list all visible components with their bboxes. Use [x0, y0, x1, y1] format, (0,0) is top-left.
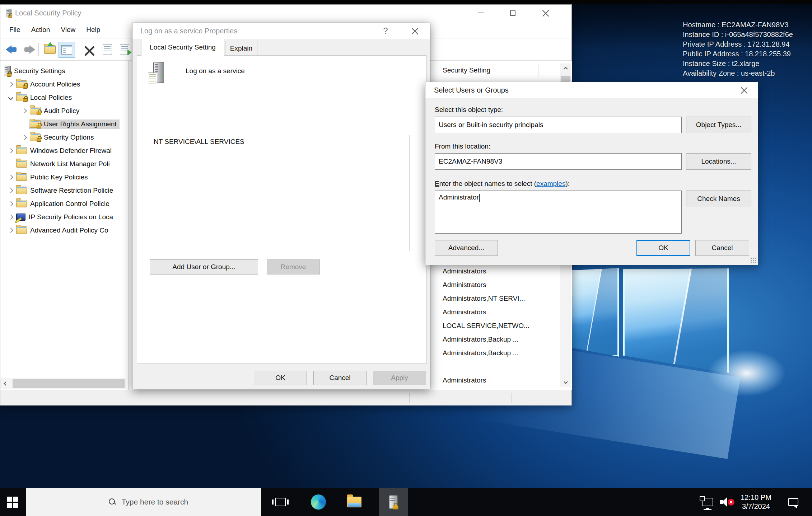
- properties-button[interactable]: [99, 43, 115, 56]
- chevron-right-icon[interactable]: [20, 136, 29, 139]
- scrollbar-thumb[interactable]: [13, 379, 125, 388]
- examples-link[interactable]: examples: [536, 180, 565, 187]
- member-item[interactable]: NT SERVICE\ALL SERVICES: [154, 138, 244, 145]
- export-list-icon: [120, 44, 129, 55]
- check-names-button[interactable]: Check Names: [686, 191, 751, 207]
- button-label: Cancel: [329, 374, 350, 382]
- action-center-icon: [788, 498, 798, 506]
- button-label: Locations...: [701, 158, 736, 165]
- list-row[interactable]: Administrators,Backup ...: [443, 333, 518, 346]
- tray-volume-button[interactable]: ✕: [717, 488, 736, 516]
- list-row[interactable]: LOCAL SERVICE,NETWO...: [443, 319, 529, 333]
- forward-button[interactable]: [21, 43, 37, 56]
- tray-network-button[interactable]: [699, 488, 717, 516]
- chevron-right-icon[interactable]: [6, 189, 15, 192]
- list-row[interactable]: Administrators: [443, 374, 486, 387]
- object-names-input[interactable]: Administrator: [435, 191, 682, 234]
- tree-item-advanced-audit-policy-co[interactable]: Advanced Audit Policy Co: [0, 224, 128, 237]
- add-user-or-group-button[interactable]: Add User or Group...: [150, 259, 258, 275]
- tab-explain[interactable]: Explain: [225, 41, 257, 56]
- taskbar-clock[interactable]: 12:10 PM 3/7/2024: [738, 488, 774, 516]
- export-list-button[interactable]: [117, 43, 132, 56]
- tree-item-local-policies[interactable]: Local Policies: [0, 91, 128, 104]
- tree-item-software-restriction-policie[interactable]: Software Restriction Policie: [0, 184, 128, 197]
- tree-item-security-options[interactable]: Security Options: [0, 131, 128, 144]
- from-location-field[interactable]: EC2AMAZ-FAN98V3: [435, 153, 682, 170]
- tree-item-ip-security-policies-on-loca[interactable]: IP Security Policies on Loca: [0, 210, 128, 224]
- column-divider[interactable]: [538, 64, 538, 77]
- tree-item-security-settings[interactable]: Security Settings: [0, 64, 128, 78]
- maximize-icon: [510, 10, 515, 16]
- tab-page: Log on as a service NT SERVICE\ALL SERVI…: [137, 55, 426, 364]
- menu-file[interactable]: File: [4, 24, 26, 36]
- minimize-button[interactable]: [471, 5, 491, 21]
- tree-item-network-list-manager-poli[interactable]: Network List Manager Poli: [0, 157, 128, 170]
- chevron-right-icon[interactable]: [20, 109, 29, 113]
- help-button[interactable]: ?: [377, 23, 394, 39]
- task-view-button[interactable]: [270, 488, 291, 516]
- column-header-label: Security Setting: [443, 66, 490, 74]
- tree-item-user-rights-assignment[interactable]: User Rights Assignment: [0, 117, 128, 131]
- menu-action[interactable]: Action: [26, 24, 56, 36]
- list-row[interactable]: Administrators: [443, 278, 486, 292]
- tab-label: Explain: [230, 44, 252, 52]
- tree-item-application-control-policie[interactable]: Application Control Policie: [0, 197, 128, 210]
- tree-item-account-policies[interactable]: Account Policies: [0, 78, 128, 91]
- menu-help[interactable]: Help: [81, 24, 106, 36]
- dialog-title: Log on as a service Properties: [140, 27, 237, 35]
- start-button[interactable]: [0, 488, 25, 516]
- tree-horizontal-scrollbar[interactable]: [0, 378, 126, 389]
- tree-item-public-key-policies[interactable]: Public Key Policies: [0, 170, 128, 184]
- tree-item-audit-policy[interactable]: Audit Policy: [0, 104, 128, 117]
- status-bar-divider: [409, 393, 410, 403]
- dialog-close-button[interactable]: [736, 82, 753, 98]
- tab-local-security-setting[interactable]: Local Security Setting: [141, 39, 224, 56]
- tree-item-label: IP Security Policies on Loca: [29, 213, 113, 221]
- taskbar-file-explorer-button[interactable]: [344, 488, 365, 516]
- action-center-button[interactable]: [783, 488, 804, 516]
- close-button[interactable]: [535, 5, 556, 21]
- chevron-right-icon[interactable]: [6, 175, 15, 179]
- chevron-right-icon[interactable]: [6, 229, 15, 232]
- chevron-right-icon[interactable]: [6, 215, 15, 219]
- list-row[interactable]: Administrators,NT SERVI...: [443, 292, 525, 305]
- apply-button[interactable]: Apply: [373, 371, 426, 385]
- ok-button[interactable]: OK: [254, 371, 307, 385]
- export-button[interactable]: [42, 43, 58, 56]
- taskbar-local-security-policy-button[interactable]: [379, 488, 408, 516]
- folder-icon: [16, 160, 27, 168]
- taskbar-edge-button[interactable]: [308, 488, 329, 516]
- remove-button[interactable]: Remove: [267, 259, 320, 275]
- locations-button[interactable]: Locations...: [686, 153, 751, 170]
- scroll-left-button[interactable]: [0, 378, 11, 389]
- dialog-close-button[interactable]: [406, 23, 424, 39]
- cancel-button[interactable]: Cancel: [695, 240, 749, 256]
- taskbar-search-input[interactable]: Type here to search: [26, 488, 261, 516]
- scroll-up-button[interactable]: [560, 64, 571, 74]
- maximize-button[interactable]: [502, 5, 523, 21]
- members-listbox[interactable]: NT SERVICE\ALL SERVICES: [150, 135, 410, 251]
- cancel-button[interactable]: Cancel: [313, 371, 367, 385]
- object-types-button[interactable]: Object Types...: [686, 117, 751, 133]
- tree-item-windows-defender-firewal[interactable]: Windows Defender Firewal: [0, 144, 128, 157]
- list-row[interactable]: Administrators: [443, 264, 486, 278]
- show-console-tree-button[interactable]: [59, 42, 75, 58]
- tree-item-label: User Rights Assignment: [44, 120, 117, 128]
- object-type-field[interactable]: Users or Built-in security principals: [435, 117, 682, 133]
- list-row[interactable]: Administrators,Backup ...: [443, 346, 518, 360]
- list-row[interactable]: Administrators: [443, 305, 486, 319]
- back-button[interactable]: [4, 43, 20, 56]
- chevron-right-icon[interactable]: [6, 202, 15, 206]
- chevron-right-icon[interactable]: [6, 83, 15, 86]
- tree-item-label: Security Options: [44, 133, 94, 141]
- chevron-down-icon[interactable]: [6, 96, 15, 99]
- advanced-button[interactable]: Advanced...: [435, 240, 498, 256]
- chevron-right-icon[interactable]: [6, 149, 15, 153]
- ok-button[interactable]: OK: [636, 240, 690, 256]
- resize-grip[interactable]: [750, 257, 756, 263]
- menu-view[interactable]: View: [55, 24, 81, 36]
- clock-date: 3/7/2024: [742, 502, 770, 511]
- delete-button[interactable]: [81, 43, 97, 56]
- input-value: Administrator: [439, 193, 479, 201]
- scroll-down-button[interactable]: [560, 376, 571, 387]
